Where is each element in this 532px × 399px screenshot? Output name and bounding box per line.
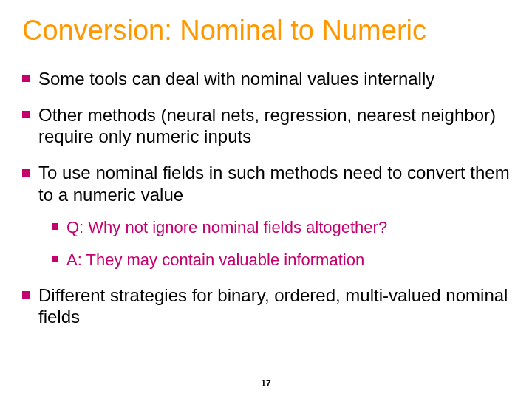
bullet-text: Some tools can deal with nominal values … bbox=[38, 69, 434, 89]
list-item: To use nominal fields in such methods ne… bbox=[22, 162, 510, 270]
list-item: Different strategies for binary, ordered… bbox=[22, 284, 510, 328]
list-item: Q: Why not ignore nominal fields altoget… bbox=[52, 217, 510, 238]
bullet-text: A: They may contain valuable information bbox=[66, 250, 364, 269]
slide: Conversion: Nominal to Numeric Some tool… bbox=[0, 0, 532, 399]
bullet-text: To use nominal fields in such methods ne… bbox=[38, 163, 510, 204]
list-item: A: They may contain valuable information bbox=[52, 250, 510, 270]
slide-title: Conversion: Nominal to Numeric bbox=[22, 15, 510, 47]
bullet-text: Other methods (neural nets, regression, … bbox=[38, 105, 496, 146]
bullet-list: Some tools can deal with nominal values … bbox=[22, 68, 510, 328]
list-item: Some tools can deal with nominal values … bbox=[22, 68, 510, 89]
bullet-text: Q: Why not ignore nominal fields altoget… bbox=[66, 218, 387, 236]
bullet-text: Different strategies for binary, ordered… bbox=[38, 285, 508, 327]
page-number: 17 bbox=[0, 378, 532, 389]
list-item: Other methods (neural nets, regression, … bbox=[22, 104, 510, 148]
sub-bullet-list: Q: Why not ignore nominal fields altoget… bbox=[52, 217, 510, 270]
